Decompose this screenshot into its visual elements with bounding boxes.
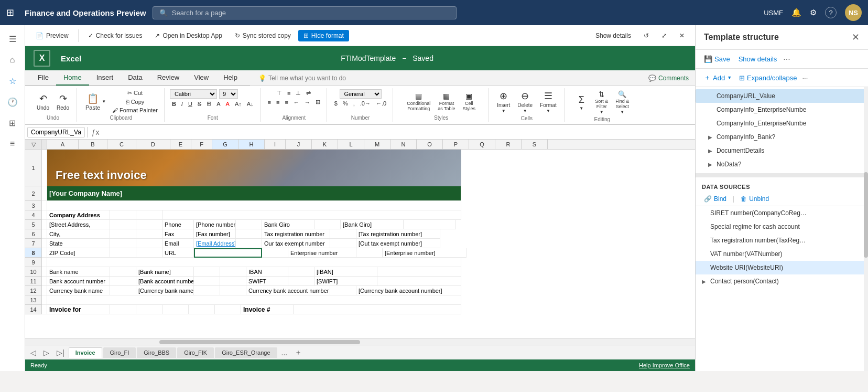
- col-header-n[interactable]: N: [390, 140, 417, 149]
- indent-inc-button[interactable]: →: [302, 98, 312, 106]
- ds-item-website-uri[interactable]: Website URI(WebsiteURI): [696, 261, 868, 274]
- increase-decimal-button[interactable]: .0→: [358, 100, 373, 107]
- row-header-6[interactable]: 6: [25, 229, 42, 239]
- col-header-d[interactable]: D: [136, 140, 170, 149]
- tab-file[interactable]: File: [30, 70, 56, 86]
- redo-button[interactable]: ↷ Redo: [53, 92, 72, 112]
- borders-button[interactable]: ⊞: [204, 100, 213, 108]
- row-header-4[interactable]: 4: [25, 210, 42, 220]
- tell-me-bar[interactable]: 💡: [250, 75, 642, 82]
- align-right-button[interactable]: ≡: [283, 98, 290, 106]
- sheet-tab-giro-esr[interactable]: Giro_ESR_Orange: [215, 347, 277, 358]
- refresh-button[interactable]: ↺: [638, 30, 654, 41]
- panel-more-button[interactable]: ···: [783, 55, 790, 64]
- col-header-m[interactable]: M: [364, 140, 390, 149]
- align-center-button[interactable]: ≡: [274, 98, 281, 106]
- italic-button[interactable]: I: [179, 100, 185, 108]
- row-header-13[interactable]: 13: [25, 295, 42, 305]
- panel-show-details-button[interactable]: Show details: [736, 54, 779, 64]
- col-header-b[interactable]: B: [79, 140, 107, 149]
- col-header-l[interactable]: L: [338, 140, 364, 149]
- wrap-text-button[interactable]: ⇌: [304, 89, 313, 97]
- decrease-decimal-button[interactable]: ←.0: [374, 100, 388, 107]
- tree-item-nodata[interactable]: ▶ NoData?: [696, 157, 868, 171]
- formula-input[interactable]: [104, 129, 693, 136]
- select-all-button[interactable]: ▽: [25, 140, 42, 149]
- company-name-cell[interactable]: [Your Company Name]: [47, 186, 461, 201]
- align-middle-button[interactable]: ≡: [285, 89, 292, 97]
- col-header-o[interactable]: O: [417, 140, 443, 149]
- col-header-i[interactable]: I: [265, 140, 286, 149]
- bell-icon[interactable]: 🔔: [791, 8, 801, 17]
- col-header-k[interactable]: K: [312, 140, 338, 149]
- paste-button[interactable]: 📋 Paste ▼: [82, 92, 109, 112]
- ds-item-tax-reg[interactable]: Tax registration number(TaxReg…: [696, 234, 868, 247]
- col-header-j[interactable]: J: [286, 140, 312, 149]
- preview-button[interactable]: 📄 Preview: [30, 30, 74, 41]
- tab-review[interactable]: Review: [150, 70, 187, 86]
- row-header-1[interactable]: 1: [25, 150, 42, 186]
- street-cell[interactable]: [Street Address,: [47, 220, 110, 229]
- col-header-q[interactable]: Q: [469, 140, 495, 149]
- col-header-f[interactable]: F: [191, 140, 212, 149]
- font-name-select[interactable]: Calibri: [170, 89, 217, 99]
- close-button[interactable]: ✕: [674, 30, 690, 41]
- tab-overflow-button[interactable]: ...: [278, 348, 291, 357]
- sidebar-nav-icon[interactable]: ⌂: [3, 50, 22, 69]
- sheet-tab-invoice[interactable]: Invoice: [69, 347, 102, 358]
- panel-expand-button[interactable]: ⊞ Expand/collapse: [737, 73, 799, 83]
- expand-more-button[interactable]: ···: [802, 74, 808, 82]
- fill-color-button[interactable]: A: [214, 100, 222, 108]
- ds-item-special-regime[interactable]: Special regime for cash account: [696, 220, 868, 234]
- row3-cell[interactable]: [47, 201, 461, 210]
- tab-nav-next[interactable]: ▷: [40, 348, 52, 357]
- font-size-select[interactable]: 9: [219, 89, 238, 99]
- row-header-11[interactable]: 11: [25, 277, 42, 286]
- cell-styles-button[interactable]: ▣ CellStyles: [460, 91, 479, 112]
- sync-button[interactable]: ↻ Sync stored copy: [230, 30, 296, 41]
- conditional-formatting-button[interactable]: ▤ ConditionalFormatting: [404, 91, 433, 112]
- panel-close-button[interactable]: ✕: [852, 31, 860, 43]
- tab-home[interactable]: Home: [56, 70, 89, 86]
- row-header-9[interactable]: 9: [25, 258, 42, 267]
- cell-ref-box[interactable]: CompanyURL_Va: [27, 127, 85, 137]
- panel-scrollbar[interactable]: [864, 87, 868, 371]
- tree-item-enterprise-1[interactable]: CompanyInfo_EnterpriseNumbe: [696, 103, 868, 116]
- currency-button[interactable]: $: [332, 100, 340, 107]
- tab-nav-last[interactable]: ▷|: [53, 348, 68, 357]
- search-bar[interactable]: 🔍 Search for a page: [153, 6, 457, 19]
- formula-fx-icon[interactable]: ƒx: [90, 128, 102, 136]
- align-left-button[interactable]: ≡: [266, 98, 273, 106]
- bind-button[interactable]: 🔗 Bind: [702, 194, 729, 204]
- col-header-g[interactable]: G: [212, 140, 238, 149]
- format-painter-button[interactable]: 🖌 Format Painter: [110, 107, 160, 114]
- underline-button[interactable]: U: [186, 100, 194, 108]
- sidebar-favorite-icon[interactable]: ☆: [3, 71, 22, 90]
- add-sheet-button[interactable]: ＋: [291, 348, 305, 357]
- bold-button[interactable]: B: [170, 100, 178, 108]
- insert-cells-button[interactable]: ⊕ Insert ▼: [494, 89, 513, 114]
- panel-add-button[interactable]: ＋ Add ▼: [702, 72, 734, 83]
- sheet-tab-giro-fik[interactable]: Giro_FIK: [177, 347, 214, 358]
- active-cell-url[interactable]: [194, 248, 262, 258]
- show-details-button[interactable]: Show details: [590, 30, 636, 41]
- sheet-tab-giro-bbs[interactable]: Giro_BBS: [137, 347, 176, 358]
- font-color-button[interactable]: A: [224, 100, 232, 108]
- row4-rest[interactable]: [162, 210, 461, 220]
- ds-item-vat[interactable]: VAT number(VATNumber): [696, 247, 868, 261]
- align-top-button[interactable]: ⊤: [275, 89, 284, 97]
- sheet-tab-giro-fi[interactable]: Giro_FI: [103, 347, 136, 358]
- unbind-button[interactable]: 🗑 Unbind: [739, 194, 771, 204]
- increase-font-button[interactable]: A↑: [233, 100, 244, 108]
- row-header-2[interactable]: 2: [25, 186, 42, 201]
- indent-dec-button[interactable]: ←: [291, 98, 301, 106]
- row-header-8[interactable]: 8: [25, 248, 42, 258]
- col-header-e[interactable]: E: [170, 140, 191, 149]
- row-header-10[interactable]: 10: [25, 267, 42, 277]
- col-header-c[interactable]: C: [107, 140, 136, 149]
- tree-item-document-details[interactable]: ▶ DocumentDetails: [696, 144, 868, 157]
- col-header-r[interactable]: R: [495, 140, 522, 149]
- col-header-h[interactable]: H: [238, 140, 265, 149]
- ds-item-contact[interactable]: ▶ Contact person(Contact): [696, 274, 868, 288]
- undo-button[interactable]: ↶ Undo: [34, 92, 52, 112]
